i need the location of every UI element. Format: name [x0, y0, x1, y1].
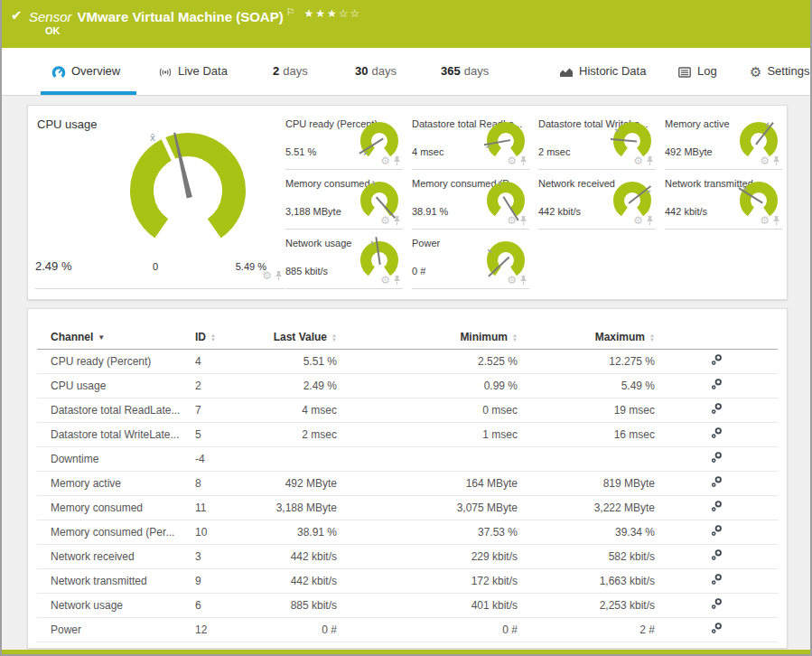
channel-settings-gears-icon[interactable]: [710, 573, 723, 589]
gear-icon: ⚙: [750, 64, 761, 80]
tab-log[interactable]: Log: [677, 48, 717, 95]
pin-icon[interactable]: [519, 275, 527, 286]
gear-icon[interactable]: ⚙: [633, 155, 643, 166]
pin-icon[interactable]: [393, 215, 401, 226]
channel-id: 6: [195, 593, 236, 617]
table-row: Memory consumed (Per... 10 38.91 % 37.53…: [37, 520, 778, 544]
table-row: CPU ready (Percent) 4 5.51 % 2.525 % 12.…: [37, 349, 778, 373]
channel-settings-gears-icon[interactable]: [710, 622, 723, 638]
gear-icon[interactable]: ⚙: [380, 215, 390, 226]
table-row: Network received 3 442 kbit/s 229 kbit/s…: [37, 544, 778, 568]
channel-id: -4: [195, 446, 236, 471]
channel-value: 5.51 %: [285, 146, 316, 157]
channel-settings-gears-icon[interactable]: [710, 451, 723, 467]
pin-icon[interactable]: [519, 155, 527, 166]
channel-settings-gears-icon[interactable]: [710, 548, 723, 565]
tab-label: days: [371, 64, 396, 78]
mini-gauge-cell: Datastore total ReadLa... 4 msec ⚙: [412, 110, 529, 170]
gear-icon[interactable]: ⚙: [380, 155, 390, 166]
mini-gauge-cell: Network received 442 kbit/s ⚙: [538, 170, 656, 230]
table-header-row: Channel▼ ID▲▼ Last Value▲▼ Minimum▲▼ Max…: [37, 325, 778, 349]
channel-value: 3,188 MByte: [285, 206, 341, 217]
channels-table-panel: Channel▼ ID▲▼ Last Value▲▼ Minimum▲▼ Max…: [27, 308, 788, 649]
pin-icon[interactable]: [772, 215, 780, 226]
mini-gauge-cell: Datastore total WriteLa... 2 msec ⚙: [538, 110, 656, 170]
channel-settings-gears-icon[interactable]: [710, 353, 723, 370]
channel-settings-gears-icon[interactable]: [710, 475, 723, 492]
sort-icon: ▲▼: [331, 333, 337, 342]
channel-last-value: [236, 446, 337, 471]
channel-settings-gears-icon[interactable]: [710, 500, 723, 516]
channel-maximum: 12.275 %: [518, 349, 655, 373]
channel-name: CPU ready (Percent): [37, 349, 195, 373]
sort-icon: ▲▼: [210, 333, 216, 342]
gear-icon[interactable]: ⚙: [380, 275, 390, 286]
channel-settings-gears-icon[interactable]: [710, 597, 723, 614]
tab-2-days[interactable]: 2days: [273, 48, 308, 95]
tab-overview[interactable]: Overview: [51, 48, 120, 95]
column-header-actions: [655, 325, 778, 349]
flag-icon[interactable]: ⚐: [286, 6, 295, 17]
channel-last-value: 5.51 %: [236, 349, 337, 373]
channel-last-value: 2.49 %: [236, 373, 337, 398]
column-header-last-value[interactable]: Last Value▲▼: [236, 325, 337, 349]
column-header-minimum[interactable]: Minimum▲▼: [337, 325, 518, 349]
gauge-icon: [51, 65, 66, 80]
channel-maximum: 1,663 kbit/s: [518, 568, 655, 593]
channel-id: 7: [195, 398, 236, 422]
channel-settings-gears-icon[interactable]: [710, 378, 723, 394]
channel-maximum: 3,222 MByte: [518, 495, 655, 520]
channel-settings-gears-icon[interactable]: [710, 402, 723, 418]
channel-name: CPU usage: [37, 373, 195, 398]
pin-icon[interactable]: [646, 155, 654, 166]
mini-gauge-cell: Memory consumed 3,188 MByte ⚙: [285, 170, 403, 230]
gear-icon[interactable]: ⚙: [262, 270, 272, 281]
tab-live-data[interactable]: Live Data: [158, 48, 228, 95]
gear-icon[interactable]: ⚙: [507, 155, 517, 166]
column-header-maximum[interactable]: Maximum▲▼: [518, 325, 655, 349]
pin-icon[interactable]: [393, 275, 401, 286]
tab-number: 30: [355, 64, 368, 78]
status-ok-check-icon: ✔: [11, 7, 23, 23]
channel-id: 10: [195, 520, 236, 544]
channel-last-value: 2 msec: [236, 422, 337, 446]
channel-maximum: 19 msec: [518, 398, 655, 422]
pin-icon[interactable]: [772, 155, 780, 166]
tab-settings[interactable]: ⚙Settings: [750, 48, 809, 95]
channel-minimum: 37.53 %: [337, 520, 518, 544]
tab-label: Historic Data: [579, 64, 646, 78]
column-header-channel[interactable]: Channel▼: [37, 325, 195, 349]
mini-gauge-cell: Memory active 492 MByte ⚙: [665, 110, 782, 170]
channel-minimum: 401 kbit/s: [337, 593, 518, 617]
broadcast-icon: [158, 65, 173, 80]
tab-historic-data[interactable]: Historic Data: [559, 48, 646, 95]
channel-name: Network usage: [37, 593, 195, 617]
gear-icon[interactable]: ⚙: [507, 275, 517, 286]
tab-30-days[interactable]: 30days: [355, 48, 397, 95]
gear-icon[interactable]: ⚙: [760, 155, 770, 166]
pin-icon[interactable]: [646, 215, 654, 226]
content-area: CPU usage x̄ 2.49 % 0 5.49 % ⚙: [2, 96, 810, 649]
pin-icon[interactable]: [393, 155, 401, 166]
tab-365-days[interactable]: 365days: [441, 48, 489, 95]
channel-value: 4 msec: [412, 146, 443, 157]
channel-minimum: 0.99 %: [337, 373, 518, 398]
channel-settings-gears-icon[interactable]: [710, 524, 723, 540]
pin-icon[interactable]: [275, 270, 283, 281]
channel-minimum: 172 kbit/s: [337, 568, 518, 593]
channel-value: 442 kbit/s: [665, 206, 707, 217]
pin-icon[interactable]: [519, 215, 527, 226]
channel-id: 12: [195, 617, 236, 642]
gear-icon[interactable]: ⚙: [507, 215, 517, 226]
gear-icon[interactable]: ⚙: [633, 215, 643, 226]
channel-name: Memory active: [37, 471, 195, 495]
table-row: CPU usage 2 2.49 % 0.99 % 5.49 %: [37, 373, 778, 398]
channel-value: 38.91 %: [412, 206, 448, 217]
channel-name: Datastore total WriteLate...: [37, 422, 195, 446]
channel-minimum: 2.525 %: [337, 349, 518, 373]
gear-icon[interactable]: ⚙: [760, 215, 770, 226]
priority-stars[interactable]: ★★★☆☆: [304, 7, 362, 20]
column-header-id[interactable]: ID▲▼: [195, 325, 236, 349]
channel-settings-gears-icon[interactable]: [710, 426, 723, 443]
object-kind-label: Sensor: [29, 9, 72, 24]
